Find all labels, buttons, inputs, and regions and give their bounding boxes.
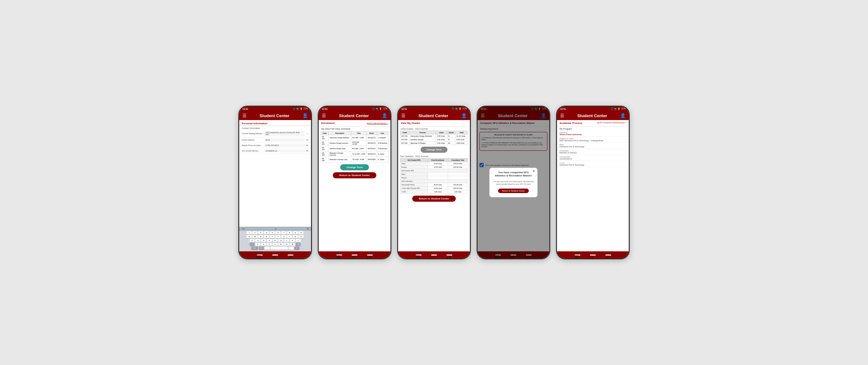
key-4[interactable]: 4 xyxy=(264,231,269,234)
kb-toolbar-plus[interactable]: + | xyxy=(242,228,244,230)
key-u[interactable]: U xyxy=(281,235,286,238)
kb-toolbar-emoji[interactable]: ☺ xyxy=(275,228,277,230)
nav-recents-icon-2[interactable]: ◁ xyxy=(367,255,373,256)
return-to-student-center-button-2[interactable]: Return to Student Center xyxy=(333,172,376,178)
person-icon-2[interactable]: 👤 xyxy=(382,113,387,118)
key-3[interactable]: 3 xyxy=(258,231,263,234)
nav-home-icon-3[interactable]: ○ xyxy=(431,255,437,256)
mailing-address-value: 2222 elsewhere avenue Surrey BC B1B 1B1 xyxy=(264,131,305,136)
nav-home-icon-5[interactable]: ○ xyxy=(590,255,596,256)
key-0[interactable]: 0 xyxy=(299,231,304,234)
kb-toolbar-hash[interactable]: # xyxy=(307,228,308,230)
key-space[interactable] xyxy=(270,246,288,250)
phone-grades: 12:51 ⬛ 📷 🔋 71% ☰ Student Center 👤 View … xyxy=(397,106,471,259)
key-s[interactable]: S xyxy=(255,239,260,242)
key-k[interactable]: K xyxy=(290,239,295,242)
status-bar-1: 12:51 ⬛ 📷 🔋 71% xyxy=(239,107,311,111)
key-comma[interactable]: , xyxy=(265,246,270,250)
nav-back-icon-2[interactable]: ||| xyxy=(336,255,342,256)
hamburger-icon-1[interactable]: ☰ xyxy=(243,113,247,118)
nav-bar-5: ||| ○ ◁ xyxy=(557,251,629,258)
stats-row-gpa: = GPA 3.00 Units 3.00 Units xyxy=(400,190,468,194)
mobile-phone-edit-icon[interactable]: ✏ xyxy=(306,144,308,147)
key-c[interactable]: C xyxy=(267,243,272,246)
key-r[interactable]: R xyxy=(264,235,269,238)
person-icon-3[interactable]: 👤 xyxy=(461,113,467,118)
person-icon-1[interactable]: 👤 xyxy=(302,113,308,118)
nav-recents-icon-1[interactable]: ◁ xyxy=(288,255,293,256)
mailing-address-label: Current Mailing Address xyxy=(242,133,264,134)
keyboard-toolbar: + | ☺ # xyxy=(239,227,311,231)
key-8[interactable]: 8 xyxy=(287,231,292,234)
key-b[interactable]: B xyxy=(278,243,283,246)
mailing-address-arrow-icon[interactable]: → xyxy=(306,132,308,135)
nav-bar-3: ||| ○ ◁ xyxy=(398,251,470,258)
modal-return-button[interactable]: Return to Student Center xyxy=(498,189,528,193)
key-lang[interactable]: K/En xyxy=(259,246,264,250)
sfu-email-edit-icon[interactable]: ✏ xyxy=(306,150,308,153)
key-1[interactable]: 1 xyxy=(247,231,252,234)
nav-home-icon-1[interactable]: ○ xyxy=(272,255,278,256)
academic-field-program: Program & Career BSci Interactive Arts &… xyxy=(557,137,629,143)
key-2[interactable]: 2 xyxy=(252,231,257,234)
key-g[interactable]: G xyxy=(273,239,278,242)
nav-home-icon-2[interactable]: ○ xyxy=(352,255,358,256)
key-o[interactable]: O xyxy=(293,235,298,238)
key-shift[interactable]: ⇧ xyxy=(249,243,255,246)
key-backspace[interactable]: ⌫ xyxy=(296,243,301,246)
hamburger-icon-3[interactable]: ☰ xyxy=(401,113,405,118)
nav-back-icon-1[interactable]: ||| xyxy=(257,255,262,256)
stats-row-passed-not-gpa: Passed xyxy=(400,176,468,179)
key-z[interactable]: Z xyxy=(255,243,260,246)
enrollment-link[interactable]: goSFU Edit Enrollment > xyxy=(367,122,388,124)
nav-back-icon-5[interactable]: ||| xyxy=(575,255,580,256)
key-d[interactable]: D xyxy=(261,239,266,242)
mobile-phone-value: (778) 234-5678 xyxy=(264,144,305,147)
academic-field-concentration: Concentration concentration1 xyxy=(557,155,629,161)
change-term-button-3[interactable]: Change Term xyxy=(421,147,447,153)
key-9[interactable]: 9 xyxy=(293,231,298,234)
key-j[interactable]: J xyxy=(284,239,289,242)
key-numbers-toggle[interactable]: !#1 xyxy=(251,246,258,250)
nav-back-icon-3[interactable]: ||| xyxy=(416,255,422,256)
hamburger-icon-2[interactable]: ☰ xyxy=(322,113,326,118)
academic-field-coop: Co-op Interactive Arts & Technology xyxy=(557,161,629,167)
cell-time: W 2:30P - 5:20P xyxy=(351,135,366,140)
key-6[interactable]: 6 xyxy=(275,231,281,234)
key-q[interactable]: Q xyxy=(247,235,252,238)
key-enter[interactable]: ↵ xyxy=(294,246,300,250)
keyboard-row-numbers: 1 2 3 4 5 6 7 8 9 0 xyxy=(239,231,311,235)
key-y[interactable]: Y xyxy=(275,235,281,238)
key-m[interactable]: M xyxy=(290,243,295,246)
key-f[interactable]: F xyxy=(267,239,272,242)
nav-recents-icon-5[interactable]: ◁ xyxy=(606,255,611,256)
key-7[interactable]: 7 xyxy=(281,231,286,234)
key-n[interactable]: N xyxy=(284,243,289,246)
home-address-edit-icon[interactable]: ✏ xyxy=(306,139,308,141)
key-p[interactable]: P xyxy=(299,235,304,238)
key-l[interactable]: L xyxy=(296,239,301,242)
key-t[interactable]: T xyxy=(270,235,275,238)
key-e[interactable]: E xyxy=(258,235,263,238)
key-h[interactable]: H xyxy=(278,239,283,242)
key-a[interactable]: A xyxy=(249,239,255,242)
hamburger-icon-5[interactable]: ☰ xyxy=(560,113,564,118)
key-v[interactable]: V xyxy=(273,243,278,246)
major-value: Interactive Arts & Technology xyxy=(560,146,626,147)
key-i[interactable]: I xyxy=(287,235,292,238)
return-to-student-center-button-3[interactable]: Return to Student Center xyxy=(412,196,456,202)
person-icon-5[interactable]: 👤 xyxy=(620,113,625,118)
nav-recents-icon-3[interactable]: ◁ xyxy=(446,255,452,256)
placeholder-value: Bachelor of Science xyxy=(560,152,626,154)
modal-close-icon[interactable]: ✕ xyxy=(532,169,535,173)
change-term-button-2[interactable]: Change Term xyxy=(340,164,369,170)
key-period[interactable]: . xyxy=(288,246,294,250)
academic-link[interactable]: goSFU Academic Requirements > xyxy=(597,122,626,125)
key-x[interactable]: X xyxy=(261,243,266,246)
key-5[interactable]: 5 xyxy=(270,231,275,234)
key-w[interactable]: W xyxy=(252,235,257,238)
status-bar-5: 12:51 ⬛ 📷 🔋 71% xyxy=(557,107,629,111)
academic-field-institution: Institution Simon Fraser University xyxy=(557,131,629,137)
coop-value: Interactive Arts & Technology xyxy=(560,164,626,166)
grade-col-units: Units xyxy=(436,131,447,134)
